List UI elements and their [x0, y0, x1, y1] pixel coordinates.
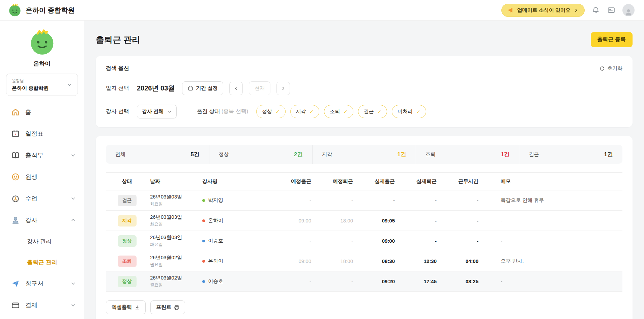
sidebar-item-label: 강사 [25, 216, 65, 224]
paper-plane-icon [11, 279, 20, 288]
sidebar-item-label: 청구서 [25, 280, 65, 288]
sidebar-item-invoices[interactable]: 청구서 [0, 273, 84, 294]
sched-out: - [315, 190, 356, 211]
teacher-name: 이승호 [208, 238, 223, 244]
refresh-icon [599, 66, 605, 71]
prev-month-button[interactable] [229, 82, 243, 95]
teacher-name: 박지영 [208, 197, 223, 204]
col-header-actual-in: 실제출근 [356, 173, 398, 190]
sidebar-item-classes[interactable]: 수업 [0, 188, 84, 209]
memo: 독감으로 인해 휴무 [482, 190, 622, 211]
book-icon [11, 151, 20, 160]
print-button[interactable]: 프린트 [150, 300, 185, 314]
col-header-status: 상태 [106, 173, 148, 190]
account-switcher[interactable]: 원장님 온하이 종합학원 [6, 74, 78, 96]
credit-card-icon [11, 301, 20, 310]
chevron-down-icon [70, 196, 76, 201]
sidebar-item-schedule[interactable]: 일정표 [0, 123, 84, 144]
table-row[interactable]: 정상 26년03월03일 화요일 이승호 - - 09:00 - - - [106, 231, 622, 251]
status-badge: 결근 [118, 195, 137, 206]
filter-pill-normal[interactable]: 정상 ✓ [256, 105, 286, 118]
table-row[interactable]: 조퇴 26년03월02일 월요일 온하이 09:00 18:00 08:30 1… [106, 251, 622, 271]
next-month-button[interactable] [276, 82, 290, 95]
profile-name: 온하이 [33, 60, 51, 68]
reset-label: 초기화 [607, 65, 622, 72]
filter-pill-unprocessed[interactable]: 미처리 ✓ [392, 105, 426, 118]
row-date: 26년03월02일 [150, 255, 198, 261]
table-row[interactable]: 결근 26년03월03일 화요일 박지영 - - - - - 독감으로 인해 휴… [106, 190, 622, 211]
chevron-down-icon [70, 153, 76, 158]
filter-pill-label: 미처리 [398, 108, 413, 115]
col-header-date: 날짜 [148, 173, 200, 190]
sidebar-item-payments[interactable]: 결제 [0, 294, 84, 316]
table-row[interactable]: 정상 26년03월02일 월요일 이승호 - - 09:20 17:45 08:… [106, 271, 622, 292]
sidebar-item-attendance-book[interactable]: 출석부 [0, 144, 84, 166]
teacher-select-label: 강사 선택 [106, 108, 137, 115]
sidebar-item-label: 일정표 [25, 130, 76, 138]
sidebar-subitem-attendance-management[interactable]: 출퇴근 관리 [0, 252, 84, 273]
home-icon [11, 108, 20, 116]
filter-pill-late[interactable]: 지각 ✓ [290, 105, 320, 118]
sidebar-subitem-label: 강사 관리 [27, 238, 52, 245]
calendar-icon [188, 86, 193, 91]
topbar: 온하이 종합학원 업데이트 소식이 있어요 [0, 0, 644, 21]
calendar-icon [11, 129, 20, 138]
sched-in: - [273, 231, 315, 251]
check-icon: ✓ [310, 109, 314, 115]
board-icon[interactable] [607, 6, 616, 15]
notification-bell-icon[interactable] [591, 6, 600, 15]
row-day: 화요일 [150, 242, 198, 247]
sidebar-item-label: 홈 [25, 108, 76, 116]
sidebar-item-home[interactable]: 홈 [0, 101, 84, 123]
memo: - [482, 211, 622, 231]
account-name: 온하이 종합학원 [12, 85, 49, 91]
sidebar-item-teachers[interactable]: 강사 [0, 209, 84, 231]
sidebar-subitem-label: 출퇴근 관리 [27, 259, 57, 266]
attendance-table: 상태 날짜 강사명 예정출근 예정퇴근 실제출근 실제퇴근 근무시간 메모 결근… [106, 172, 622, 292]
filter-pill-absent[interactable]: 결근 ✓ [358, 105, 387, 118]
current-month-button[interactable]: 현재 [249, 81, 270, 95]
check-icon: ✓ [416, 109, 420, 115]
filter-pill-early-leave[interactable]: 조퇴 ✓ [324, 105, 353, 118]
class-icon [11, 194, 20, 203]
row-date: 26년03월02일 [150, 275, 198, 281]
chevron-down-icon [67, 82, 72, 87]
teacher-select[interactable]: 강사 전체 [137, 105, 177, 118]
account-role: 원장님 [12, 78, 49, 84]
period-setting-button[interactable]: 기간 설정 [182, 81, 223, 95]
col-header-actual-out: 실제퇴근 [398, 173, 440, 190]
table-row[interactable]: 지각 26년03월03일 화요일 온하이 09:00 18:00 09:05 -… [106, 211, 622, 231]
filter-pill-label: 정상 [262, 108, 272, 115]
update-news-label: 업데이트 소식이 있어요 [517, 7, 570, 14]
teacher-name: 이승호 [208, 278, 223, 285]
memo: 오후 반차. [482, 251, 622, 271]
page-title: 출퇴근 관리 [96, 34, 140, 45]
update-news-button[interactable]: 업데이트 소식이 있어요 [501, 4, 585, 17]
download-icon [135, 305, 140, 310]
row-day: 월요일 [150, 262, 198, 268]
sidebar-subitem-teacher-management[interactable]: 강사 관리 [0, 231, 84, 252]
summary-early-leave-value: 1건 [501, 151, 509, 158]
user-avatar[interactable] [622, 4, 635, 16]
summary-early-leave: 조퇴 1건 [416, 145, 520, 164]
profile-avatar-icon [29, 29, 56, 56]
actual-out: - [398, 231, 440, 251]
chevron-down-icon [70, 281, 76, 286]
actual-in: 09:05 [356, 211, 398, 231]
reset-button[interactable]: 초기화 [599, 65, 622, 72]
row-date: 26년03월03일 [150, 234, 198, 241]
excel-export-button[interactable]: 엑셀출력 [106, 300, 146, 314]
filter-pill-label: 결근 [364, 108, 374, 115]
register-attendance-button[interactable]: 출퇴근 등록 [591, 32, 633, 47]
sched-out: 18:00 [315, 251, 356, 271]
actual-in: 09:00 [356, 231, 398, 251]
sched-in: 09:00 [273, 251, 315, 271]
sidebar-item-students[interactable]: 원생 [0, 166, 84, 188]
print-label: 프린트 [156, 304, 171, 311]
sidebar: 온하이 원장님 온하이 종합학원 홈 일정표 [0, 21, 84, 319]
status-badge: 지각 [118, 215, 137, 227]
sidebar-profile: 온하이 [0, 29, 84, 68]
actual-out: 17:45 [398, 271, 440, 292]
filter-pill-label: 지각 [296, 108, 306, 115]
status-badge: 정상 [118, 235, 137, 247]
